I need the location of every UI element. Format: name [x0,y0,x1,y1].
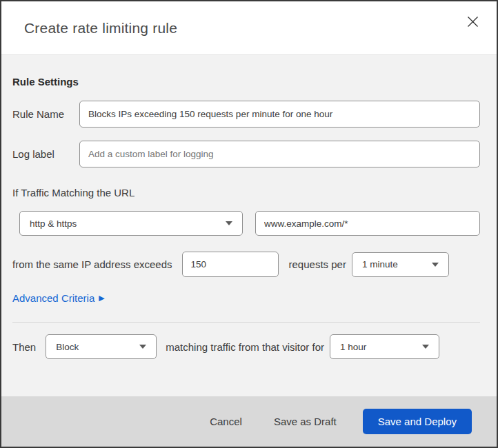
period-select[interactable]: 1 minute [352,252,449,277]
dialog-header: Create rate limiting rule [1,1,497,55]
scheme-select-value: http & https [30,218,77,229]
chevron-down-icon [226,221,232,225]
url-pattern-input[interactable] [255,211,480,236]
cancel-button[interactable]: Cancel [204,411,248,431]
advanced-criteria-label: Advanced Criteria [12,292,94,304]
rule-name-input[interactable] [79,101,480,128]
log-label-input[interactable] [79,141,480,167]
action-row: Then Block matching traffic from that vi… [12,334,480,359]
advanced-criteria-link[interactable]: Advanced Criteria ▶ [12,292,105,304]
expand-right-icon: ▶ [99,294,104,303]
requests-count-input[interactable] [182,252,279,277]
action-select-value: Block [56,342,79,352]
dialog-footer: Cancel Save as Draft Save and Deploy [1,396,497,447]
threshold-row: from the same IP address exceeds request… [12,252,480,277]
rule-name-label: Rule Name [12,108,79,120]
save-and-deploy-button[interactable]: Save and Deploy [363,409,472,434]
period-select-value: 1 minute [362,259,398,269]
close-button[interactable] [462,11,483,32]
traffic-match-intro: If Traffic Matching the URL [12,187,480,198]
requests-per-text: requests per [289,258,346,270]
chevron-down-icon [432,263,439,267]
action-select[interactable]: Block [46,334,157,359]
log-label-row: Log label [12,141,480,167]
dialog-title: Create rate limiting rule [24,20,177,37]
dialog-body: Rule Settings Rule Name Log label If Tra… [1,55,497,396]
section-divider [12,322,480,323]
close-icon [467,16,479,28]
log-label-label: Log label [12,148,79,160]
scheme-select[interactable]: http & https [19,211,243,236]
then-text: Then [12,341,36,353]
chevron-down-icon [139,345,146,349]
duration-select[interactable]: 1 hour [330,334,439,359]
threshold-prefix-text: from the same IP address exceeds [12,258,172,270]
matching-traffic-text: matching traffic from that visitor for [166,341,324,353]
duration-select-value: 1 hour [340,342,366,352]
save-as-draft-button[interactable]: Save as Draft [268,411,342,431]
create-rate-limiting-rule-dialog: Create rate limiting rule Rule Settings … [0,0,498,448]
chevron-down-icon [422,345,429,349]
rule-name-row: Rule Name [12,101,480,128]
rule-settings-heading: Rule Settings [12,55,480,88]
traffic-match-row: http & https [19,211,480,236]
